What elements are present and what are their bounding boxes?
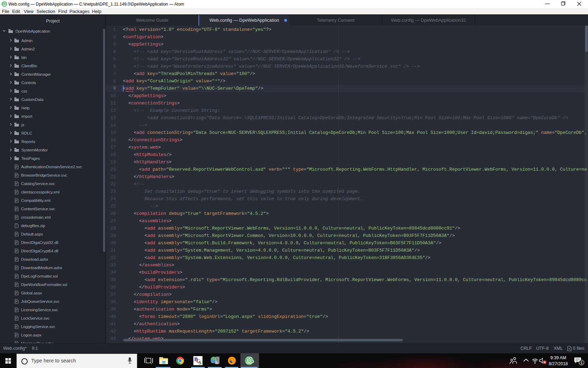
svg-text:1: 1 (580, 361, 582, 365)
svg-text:S: S (198, 360, 201, 366)
